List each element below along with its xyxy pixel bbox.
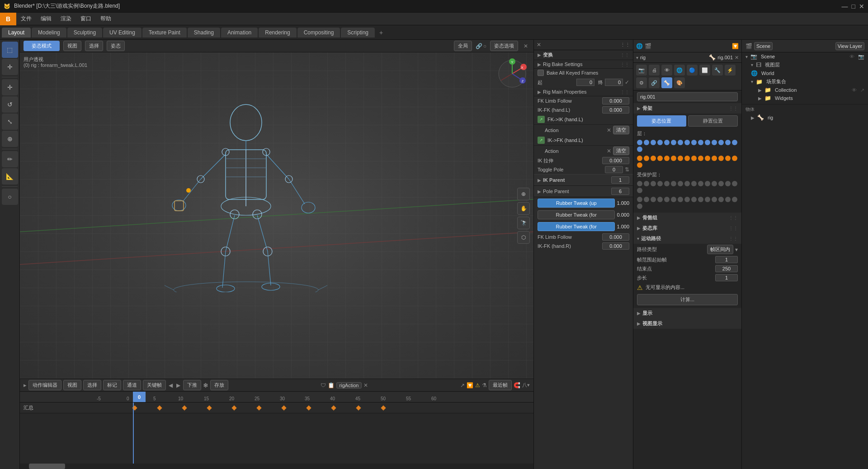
- prot-dot-23[interactable]: [684, 197, 690, 202]
- toggle-pole-input[interactable]: [605, 166, 623, 173]
- view-menu-btn[interactable]: 视图: [63, 41, 81, 51]
- layer-dot-18[interactable]: [651, 156, 656, 161]
- tl-arrow-right[interactable]: ▶: [175, 382, 181, 388]
- layer-dot-22[interactable]: [678, 156, 683, 161]
- prot-dot-8[interactable]: [691, 181, 697, 186]
- prot-dot-7[interactable]: [684, 181, 690, 186]
- current-frame-input[interactable]: 0: [133, 392, 146, 403]
- fk-ik-x-icon[interactable]: ✕: [607, 127, 611, 133]
- prot-dot-10[interactable]: [705, 181, 710, 186]
- prot-dot-5[interactable]: [671, 181, 676, 186]
- close-icon-small[interactable]: ✕: [735, 55, 739, 61]
- ik-fk-x-icon[interactable]: ✕: [607, 148, 611, 154]
- prot-dot-11[interactable]: [712, 181, 717, 186]
- layer-dot-25[interactable]: [698, 156, 703, 161]
- prot-dot-20[interactable]: [664, 197, 670, 202]
- layer-dot-0[interactable]: [637, 140, 642, 145]
- rubber-tweak-for-btn[interactable]: Rubber Tweak (for: [538, 210, 615, 219]
- menu-edit[interactable]: 编辑: [36, 13, 56, 24]
- pose-position-btn[interactable]: 姿态位置: [637, 115, 686, 127]
- tool-measure[interactable]: 📐: [2, 168, 18, 185]
- blender-menu-logo[interactable]: B: [0, 13, 16, 25]
- timeline-expand-btn[interactable]: ▸: [24, 382, 27, 388]
- scene-dropdown[interactable]: Scene: [754, 42, 773, 50]
- layer-dot-19[interactable]: [657, 156, 663, 161]
- layer-dot-20[interactable]: [664, 156, 670, 161]
- bone-panel-scene-icon[interactable]: 🌐: [636, 43, 643, 49]
- tab-rendering[interactable]: Rendering: [259, 28, 296, 38]
- layer-dot-13[interactable]: [725, 140, 731, 145]
- tl-select-icon[interactable]: ↗: [460, 382, 465, 388]
- prot-dot-1[interactable]: [644, 181, 649, 186]
- coll-eye-icon[interactable]: 👁: [852, 87, 857, 93]
- bone-name-input[interactable]: [637, 92, 738, 101]
- tl-filter-icon[interactable]: 🔽: [467, 382, 473, 388]
- layer-dot-4[interactable]: [664, 140, 670, 145]
- pose-lib-section[interactable]: ▶ 姿态库 ⋮⋮: [633, 223, 741, 233]
- prot-dot-15[interactable]: [637, 188, 642, 193]
- viewport-display-section[interactable]: ▶ 视图显示: [633, 318, 741, 329]
- layer-dot-31[interactable]: [637, 162, 642, 168]
- tool-select-box[interactable]: ⬚: [2, 42, 18, 58]
- push-down-btn[interactable]: 下推: [183, 380, 201, 390]
- layer-dot-27[interactable]: [712, 156, 717, 161]
- timeline-select-btn[interactable]: 选择: [83, 380, 101, 390]
- ik-fk-clear-btn[interactable]: 清空: [613, 147, 629, 155]
- prot-dot-21[interactable]: [671, 197, 676, 202]
- layer-dot-10[interactable]: [705, 140, 710, 145]
- scene-eye-icon[interactable]: 👁: [849, 54, 854, 59]
- win-min-btn[interactable]: —: [842, 3, 848, 10]
- rubber-tweak-up-btn[interactable]: Rubber Tweak (up: [538, 199, 615, 208]
- viewport-close-icon[interactable]: ✕: [522, 43, 530, 49]
- tool-pose-relax[interactable]: ○: [2, 189, 18, 205]
- view-perspective-icon[interactable]: ⬡: [517, 231, 530, 244]
- menu-help[interactable]: 帮助: [96, 13, 116, 24]
- timeline-scrollbar-thumb[interactable]: [29, 464, 65, 469]
- props-object-icon[interactable]: ⬜: [699, 65, 710, 76]
- prot-dot-13[interactable]: [725, 181, 731, 186]
- action-editor-dropdown[interactable]: 动作编辑器: [28, 380, 61, 390]
- prot-dot-19[interactable]: [657, 197, 663, 202]
- layer-dot-23[interactable]: [684, 156, 690, 161]
- props-output-icon[interactable]: 🖨: [649, 65, 660, 76]
- menu-window[interactable]: 窗口: [76, 13, 96, 24]
- win-max-btn[interactable]: □: [852, 3, 855, 10]
- view-layer-dropdown[interactable]: View Layer: [835, 42, 864, 50]
- props-modifier-icon[interactable]: 🔧: [712, 65, 723, 76]
- tab-modeling[interactable]: Modeling: [32, 28, 66, 38]
- tab-animation[interactable]: Animation: [221, 28, 258, 38]
- layer-dot-14[interactable]: [732, 140, 737, 145]
- prot-dot-26[interactable]: [705, 197, 710, 202]
- bone-panel-filter-icon[interactable]: 🔽: [732, 43, 739, 49]
- timeline-view-btn[interactable]: 视图: [63, 380, 81, 390]
- scene-collection-item[interactable]: ▾ 📁 场景集合: [742, 77, 868, 86]
- snap-dropdown[interactable]: 最近帧: [489, 380, 512, 390]
- ik-stretch-input[interactable]: [602, 157, 629, 164]
- prot-dot-2[interactable]: [651, 181, 656, 186]
- skeleton-section-header[interactable]: ▶ 骨架 ⋮⋮: [633, 103, 741, 114]
- view-orbit-icon[interactable]: ⊕: [517, 188, 530, 200]
- scene-cam-icon[interactable]: 📷: [858, 54, 864, 60]
- fk-limb-follow-input[interactable]: [602, 97, 629, 104]
- props-world-icon[interactable]: 🔵: [687, 65, 698, 76]
- ik-fk-handr-input[interactable]: [602, 242, 629, 250]
- path-expand-icon[interactable]: ▾: [735, 246, 738, 253]
- tl-arrow-left[interactable]: ◀: [168, 382, 174, 388]
- timeline-channel-btn[interactable]: 通道: [123, 380, 141, 390]
- prot-dot-14[interactable]: [732, 181, 737, 186]
- layer-dot-6[interactable]: [678, 140, 683, 145]
- tool-transform[interactable]: ⊕: [2, 131, 18, 147]
- tool-annotate[interactable]: ✏: [2, 151, 18, 167]
- prot-dot-24[interactable]: [691, 197, 697, 202]
- props-material-icon[interactable]: 🎨: [674, 77, 685, 88]
- panel-options-icon[interactable]: ⋮⋮: [620, 42, 630, 48]
- prot-dot-17[interactable]: [644, 197, 649, 202]
- pose-menu-btn[interactable]: 姿态: [107, 41, 125, 51]
- layer-dot-24[interactable]: [691, 156, 697, 161]
- view-pan-icon[interactable]: ✋: [517, 202, 530, 215]
- prot-dot-0[interactable]: [637, 181, 642, 186]
- global-dropdown[interactable]: 全局: [454, 41, 472, 51]
- tool-scale[interactable]: ⤡: [2, 114, 18, 130]
- tab-texture-paint[interactable]: Texture Paint: [142, 28, 187, 38]
- layer-dot-29[interactable]: [725, 156, 731, 161]
